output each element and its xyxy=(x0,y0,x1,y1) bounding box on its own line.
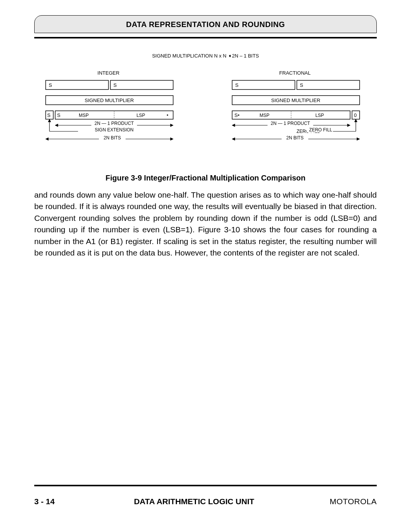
figure-diagram: SIGNED MULTIPLICATION N x N ➧2N – 1 BITS… xyxy=(34,50,377,160)
svg-rect-15 xyxy=(232,80,295,89)
int-r1-s2: S xyxy=(113,82,117,88)
int-r3-s1: S xyxy=(47,112,51,118)
footer-brand: MOTOROLA xyxy=(308,497,377,506)
fr-r3-s: S• xyxy=(234,112,240,118)
footer-rule xyxy=(34,485,377,486)
page: DATA REPRESENTATION AND ROUNDING SIGNED … xyxy=(0,0,411,532)
footer-title: DATA ARITHMETIC LOGIC UNIT xyxy=(80,497,308,506)
header-rule xyxy=(34,37,377,38)
int-ann3: 2N BITS xyxy=(104,135,121,141)
int-r1-s1: S xyxy=(49,82,52,88)
svg-rect-1 xyxy=(110,80,173,89)
fr-ann3: 2N BITS xyxy=(286,135,303,141)
fr-ann1: 2N — 1 PRODUCT xyxy=(271,121,310,126)
fr-r3-zero: 0 xyxy=(354,112,357,118)
int-r3-s2: S xyxy=(57,112,61,118)
int-r3-msp: MSP xyxy=(79,113,89,118)
fr-r1-s1: S xyxy=(235,82,239,88)
figure-caption: Figure 3-9 Integer/Fractional Multiplica… xyxy=(34,174,377,182)
integer-row3: S S MSP LSP • xyxy=(46,111,173,119)
page-footer: 3 - 14 DATA ARITHMETIC LOGIC UNIT MOTORO… xyxy=(34,497,377,506)
fr-r2-label: SIGNED MULTIPLIER xyxy=(271,97,320,103)
fractional-heading: FRACTIONAL xyxy=(279,70,311,76)
int-r3-lsp: LSP xyxy=(137,113,145,118)
integer-heading: INTEGER xyxy=(97,70,119,76)
page-number: 3 - 14 xyxy=(34,497,80,506)
svg-text:SIGN EXTENSION: SIGN EXTENSION xyxy=(95,127,134,133)
svg-text:ZERO FILL: ZERO FILL xyxy=(309,127,332,133)
section-title: DATA REPRESENTATION AND ROUNDING xyxy=(126,20,285,29)
body-paragraph: and rounds down any value below one-half… xyxy=(34,189,377,259)
svg-rect-0 xyxy=(46,80,108,89)
diagram-top-label: SIGNED MULTIPLICATION N x N ➧2N – 1 BITS xyxy=(152,53,259,59)
svg-rect-16 xyxy=(297,80,360,89)
integer-row1: S S xyxy=(46,80,173,89)
integer-row2: SIGNED MULTIPLIER xyxy=(46,96,173,105)
fr-r3-lsp: LSP xyxy=(315,113,324,118)
fr-r3-msp: MSP xyxy=(260,113,269,118)
int-r2-label: SIGNED MULTIPLIER xyxy=(84,97,134,103)
fr-r1-s2: S xyxy=(300,82,303,88)
section-header: DATA REPRESENTATION AND ROUNDING xyxy=(34,15,377,33)
svg-text:2N — 1 PRODUCT: 2N — 1 PRODUCT xyxy=(94,121,134,126)
int-r3-dot: • xyxy=(167,113,168,118)
